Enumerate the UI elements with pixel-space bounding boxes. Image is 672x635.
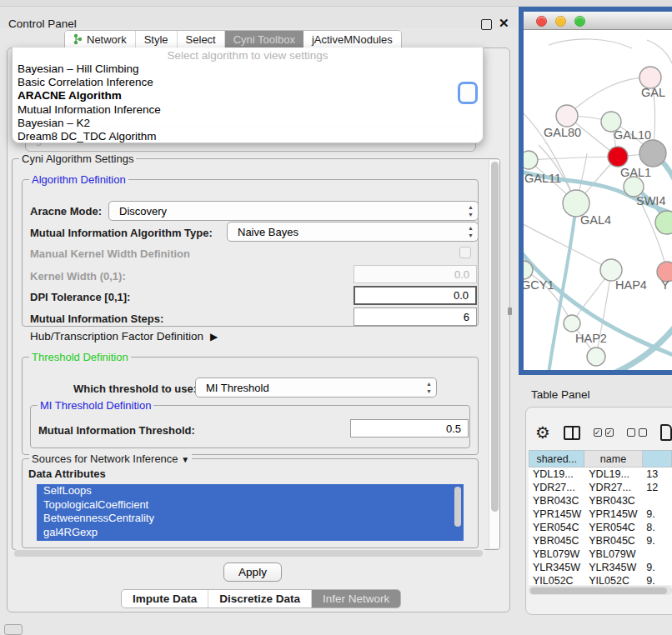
settings-vertical-scrollbar[interactable] [489, 160, 499, 548]
table-row[interactable]: YBL079WYBL079W [529, 548, 672, 561]
tab-infer-network[interactable]: Infer Network [312, 590, 400, 608]
table-cell: YER054C [529, 521, 584, 534]
attribute-list-item[interactable]: TopologicalCoefficient [37, 498, 464, 512]
node-label: GAL11 [524, 172, 561, 185]
tab-style[interactable]: Style [136, 31, 178, 48]
table-row[interactable]: YPR145WYPR145W9. [529, 508, 672, 521]
column-header[interactable]: shared... [529, 450, 584, 468]
combo-arrows-icon: ▲▼ [468, 224, 474, 239]
dpi-tolerance-field[interactable]: 0.0 [354, 286, 477, 305]
network-node[interactable] [639, 140, 666, 167]
network-node-gal80[interactable] [556, 105, 578, 127]
table-cell: YER054C [584, 521, 642, 534]
network-node-labels: GALGAL80GAL10GAL1GAL11GAL4SWI4GCY1HAP4YH… [524, 86, 669, 345]
tab-select[interactable]: Select [178, 31, 225, 48]
aracne-mode-combo[interactable]: Discovery ▲▼ [108, 201, 479, 221]
node-label: GAL80 [544, 126, 581, 139]
tab-jactivemnodules[interactable]: jActiveMNodules [303, 31, 401, 48]
zoom-window-icon[interactable] [574, 16, 585, 27]
table-cell: 8. [642, 521, 672, 534]
network-node-gal11[interactable] [524, 151, 538, 169]
close-panel-icon[interactable]: ✕ [499, 16, 509, 31]
column-header[interactable] [643, 450, 672, 468]
node-label: HAP4 [615, 278, 647, 292]
table-cell: YDR27... [584, 481, 642, 494]
table-row[interactable]: YER054CYER054C8. [529, 521, 672, 534]
attribute-list-item[interactable]: BetweennessCentrality [37, 512, 464, 526]
mi-type-combo[interactable]: Naive Bayes ▲▼ [227, 222, 479, 242]
node-label: GAL4 [580, 213, 611, 227]
hub-definition-expander[interactable]: Hub/Transcription Factor Definition▶ [30, 330, 218, 342]
combo-arrows-icon: ▲▼ [426, 380, 432, 395]
table-cell: YBR045C [529, 534, 584, 548]
deselect-checkboxes-icon[interactable] [627, 428, 647, 437]
table-panel-title: Table Panel [531, 388, 590, 401]
attribute-list-item[interactable]: gal4RGexp [37, 526, 464, 540]
network-node[interactable] [655, 211, 672, 234]
tab-impute-data[interactable]: Impute Data [122, 590, 208, 608]
network-canvas[interactable]: GALGAL80GAL10GAL1GAL11GAL4SWI4GCY1HAP4YH… [524, 30, 672, 370]
settings-horizontal-scrollbar[interactable] [13, 549, 487, 558]
combo-focus-ring [458, 82, 478, 104]
algorithm-option[interactable]: Mutual Information Inference [13, 103, 483, 117]
table-cell: 9. [642, 574, 672, 585]
kernel-width-field[interactable]: 0.0 [354, 265, 477, 283]
manual-kernel-checkbox[interactable] [459, 247, 471, 258]
table-cell: 12 [642, 481, 672, 494]
select-checkboxes-icon[interactable]: ✓✓ [594, 428, 614, 437]
table-cell: YIL052C [529, 574, 584, 585]
split-columns-icon[interactable] [564, 426, 580, 440]
table-row[interactable]: YIL052CYIL052C9. [529, 574, 672, 585]
data-attributes-list[interactable]: SelfLoopsTopologicalCoefficientBetweenne… [37, 484, 464, 541]
algorithm-option[interactable]: ARACNE Algorithm [13, 89, 483, 102]
node-label: GAL10 [614, 128, 651, 142]
table-row[interactable]: YLR345WYLR345W9. [529, 561, 672, 574]
node-label: GAL1 [620, 166, 651, 179]
which-threshold-combo[interactable]: MI Threshold ▲▼ [195, 378, 437, 398]
algorithm-option[interactable]: Bayesian – K2 [13, 117, 483, 130]
expand-down-icon: ▼ [181, 455, 189, 464]
algorithm-option[interactable]: Bayesian – Hill Climbing [13, 62, 483, 76]
splitter-handle[interactable] [508, 308, 512, 315]
tab-network[interactable]: Network [65, 31, 136, 48]
network-window-titlebar[interactable] [524, 12, 672, 30]
network-node[interactable] [587, 348, 605, 366]
attribute-list-item[interactable]: SelfLoops [37, 484, 464, 498]
control-panel-title: Control Panel [8, 18, 77, 30]
table-cell [642, 494, 672, 508]
tab-discretize-data[interactable]: Discretize Data [208, 590, 312, 608]
mi-steps-field[interactable]: 6 [354, 308, 477, 326]
node-attribute-table[interactable]: shared...name YDL19...YDL19...13YDR27...… [529, 450, 672, 585]
table-row[interactable]: YBR045CYBR045C9. [529, 534, 672, 548]
mi-threshold-label: Mutual Information Threshold: [38, 424, 195, 437]
table-cell: 13 [642, 468, 672, 481]
mi-threshold-legend: MI Threshold Definition [38, 399, 153, 412]
mi-threshold-field[interactable]: 0.5 [350, 419, 469, 438]
document-icon[interactable] [660, 424, 672, 441]
table-panel-toolbar: ⚙✓✓ [529, 419, 672, 446]
table-cell: 9. [642, 534, 672, 548]
list-scrollbar[interactable] [454, 487, 461, 527]
cyni-settings-legend: Cyni Algorithm Settings [19, 152, 136, 165]
table-horizontal-scrollbar[interactable] [529, 586, 672, 595]
close-window-icon[interactable] [536, 16, 547, 27]
apply-button[interactable]: Apply [223, 562, 282, 582]
network-node-gal1[interactable] [608, 147, 628, 167]
gear-icon[interactable]: ⚙ [535, 424, 550, 441]
float-panel-icon[interactable] [481, 19, 492, 30]
table-cell: YBR043C [584, 494, 642, 508]
algorithm-option[interactable]: Basic Correlation Inference [13, 76, 483, 89]
table-cell [642, 548, 672, 561]
table-row[interactable]: YDR27...YDR27...12 [529, 481, 672, 494]
table-row[interactable]: YBR043CYBR043C [529, 494, 672, 508]
network-node-hap2[interactable] [564, 315, 580, 332]
table-row[interactable]: YDL19...YDL19...13 [529, 468, 672, 481]
column-header[interactable]: name [584, 450, 642, 468]
sources-legend[interactable]: Sources for Network Inference ▼ [29, 452, 192, 465]
minimized-panel-button[interactable] [4, 624, 23, 635]
which-threshold-label: Which threshold to use: [73, 382, 197, 395]
minimize-window-icon[interactable] [555, 16, 566, 27]
algorithm-option[interactable]: Dream8 DC_TDC Algorithm [13, 130, 483, 143]
node-label: Y [661, 278, 669, 292]
tab-cyni-toolbox[interactable]: Cyni Toolbox [225, 31, 303, 48]
